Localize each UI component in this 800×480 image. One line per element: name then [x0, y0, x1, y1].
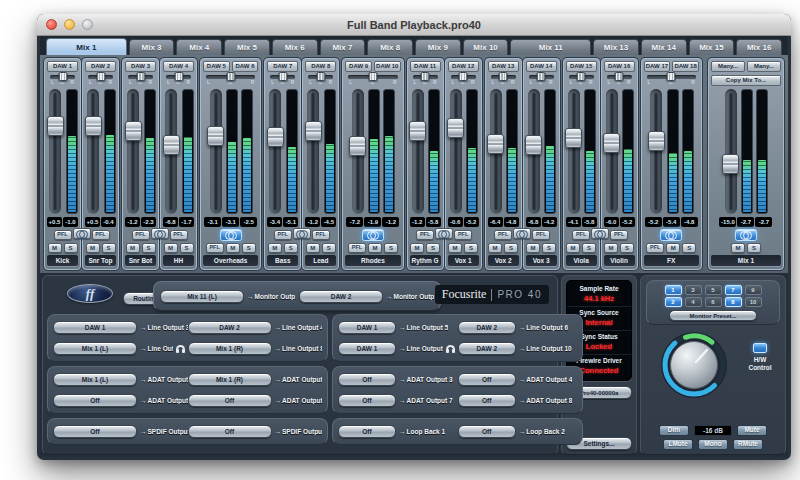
- fader-cap[interactable]: [47, 116, 64, 136]
- solo-button[interactable]: S: [464, 243, 478, 253]
- pan-slider[interactable]: [308, 75, 333, 79]
- mute-button[interactable]: M: [164, 243, 178, 253]
- hw-control-led[interactable]: [753, 343, 767, 353]
- fader[interactable]: [164, 89, 179, 214]
- pan-handle[interactable]: [537, 72, 546, 81]
- pan-handle[interactable]: [174, 72, 183, 81]
- fader[interactable]: [268, 89, 283, 214]
- solo-button[interactable]: S: [542, 243, 556, 253]
- pan-handle[interactable]: [316, 72, 325, 81]
- routing-source-button[interactable]: Mix 1 (R): [188, 373, 272, 386]
- daw-source-button[interactable]: DAW 4: [163, 61, 194, 72]
- monitor-preset-number-button[interactable]: 5: [705, 285, 722, 295]
- monitor-preset-number-button[interactable]: 2: [665, 297, 682, 307]
- routing-source-button[interactable]: DAW 2: [299, 290, 383, 303]
- mute-button[interactable]: M: [226, 243, 240, 253]
- routing-source-button[interactable]: Off: [188, 394, 272, 407]
- fader-track[interactable]: [49, 89, 61, 214]
- monitor-preset-number-button[interactable]: 7: [725, 285, 742, 295]
- routing-source-button[interactable]: Off: [458, 425, 516, 438]
- pfl-button[interactable]: PFL: [206, 243, 224, 253]
- pfl-button[interactable]: PFL: [274, 230, 292, 240]
- mono-button[interactable]: Mono: [698, 439, 728, 450]
- stereo-link-button[interactable]: [73, 228, 91, 239]
- stereo-link-button[interactable]: [435, 228, 453, 239]
- pfl-button[interactable]: PFL: [572, 230, 590, 240]
- many-destinations-button-right[interactable]: Many...: [747, 61, 781, 72]
- mute-button[interactable]: Mute: [737, 425, 767, 436]
- pan-handle[interactable]: [136, 72, 145, 81]
- routing-source-button[interactable]: Off: [458, 394, 516, 407]
- routing-source-button[interactable]: Off: [338, 394, 396, 407]
- mute-button[interactable]: M: [86, 243, 100, 253]
- pfl-button[interactable]: PFL: [532, 230, 550, 240]
- pan-slider[interactable]: [451, 75, 476, 79]
- daw-source-button[interactable]: DAW 15: [566, 61, 597, 72]
- fader[interactable]: [649, 89, 664, 214]
- daw-source-button-left[interactable]: DAW 5: [203, 61, 230, 72]
- pan-handle[interactable]: [577, 72, 586, 81]
- pfl-button[interactable]: PFL: [348, 243, 366, 253]
- daw-source-button[interactable]: DAW 1: [47, 61, 78, 72]
- pan-slider[interactable]: [166, 75, 191, 79]
- pan-handle[interactable]: [278, 72, 287, 81]
- routing-source-button[interactable]: Off: [338, 425, 396, 438]
- routing-source-button[interactable]: DAW 1: [338, 321, 396, 334]
- mix-tab[interactable]: Mix 14: [641, 39, 687, 55]
- solo-button[interactable]: S: [64, 243, 78, 253]
- daw-source-button-left[interactable]: DAW 9: [345, 61, 372, 72]
- solo-button[interactable]: S: [284, 243, 298, 253]
- stereo-link-button[interactable]: [151, 228, 169, 239]
- solo-button[interactable]: S: [242, 243, 256, 253]
- fader-cap[interactable]: [447, 118, 464, 138]
- pfl-button[interactable]: PFL: [610, 230, 628, 240]
- daw-source-button[interactable]: DAW 2: [85, 61, 116, 72]
- fader-cap[interactable]: [648, 131, 665, 151]
- daw-source-button-right[interactable]: DAW 10: [374, 61, 401, 72]
- stereo-link-button[interactable]: [591, 228, 609, 239]
- solo-button[interactable]: S: [180, 243, 194, 253]
- fader-track[interactable]: [568, 89, 580, 214]
- close-window-icon[interactable]: [46, 19, 57, 30]
- routing-source-button[interactable]: Mix 1 (L): [53, 342, 137, 355]
- copy-mix-to-button[interactable]: Copy Mix To...: [711, 75, 781, 86]
- fader[interactable]: [48, 89, 63, 214]
- monitor-preset-number-button[interactable]: 9: [745, 285, 762, 295]
- pan-handle[interactable]: [368, 72, 377, 81]
- daw-source-button[interactable]: DAW 3: [125, 61, 156, 72]
- pfl-button[interactable]: PFL: [416, 230, 434, 240]
- monitor-volume-knob[interactable]: [656, 327, 732, 403]
- pan-slider[interactable]: [88, 75, 113, 79]
- mix-tab[interactable]: Mix 7: [320, 39, 366, 55]
- pan-slider[interactable]: [348, 75, 397, 79]
- monitor-preset-number-button[interactable]: 4: [685, 297, 702, 307]
- daw-source-button-right[interactable]: DAW 6: [232, 61, 259, 72]
- pan-handle[interactable]: [499, 72, 508, 81]
- fader-track[interactable]: [307, 89, 319, 214]
- daw-source-button[interactable]: DAW 11: [410, 61, 441, 72]
- stereo-link-button[interactable]: [220, 229, 242, 241]
- pan-slider[interactable]: [607, 75, 632, 79]
- fader-cap[interactable]: [525, 135, 542, 155]
- routing-source-button[interactable]: Mix 1 (L): [53, 373, 137, 386]
- fader-track[interactable]: [412, 89, 424, 214]
- pan-slider[interactable]: [569, 75, 594, 79]
- mix-tab[interactable]: Mix 5: [224, 39, 270, 55]
- fader-cap[interactable]: [267, 127, 284, 147]
- pan-handle[interactable]: [226, 72, 235, 81]
- pfl-button[interactable]: PFL: [312, 230, 330, 240]
- fader-track[interactable]: [269, 89, 281, 214]
- fader-cap[interactable]: [409, 121, 426, 141]
- pfl-button[interactable]: PFL: [454, 230, 472, 240]
- routing-source-button[interactable]: Mix 1 (R): [188, 342, 272, 355]
- solo-button[interactable]: S: [504, 243, 518, 253]
- pan-slider[interactable]: [50, 75, 75, 79]
- pfl-button[interactable]: PFL: [646, 243, 664, 253]
- fader[interactable]: [488, 89, 503, 214]
- pan-slider[interactable]: [491, 75, 516, 79]
- fader[interactable]: [410, 89, 425, 214]
- pfl-button[interactable]: PFL: [132, 230, 150, 240]
- mute-button[interactable]: M: [604, 243, 618, 253]
- zoom-window-icon[interactable]: [82, 19, 93, 30]
- fader-cap[interactable]: [305, 121, 322, 141]
